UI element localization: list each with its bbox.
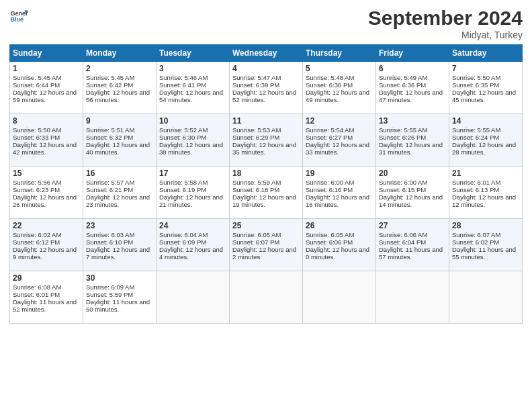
calendar-header-row: Sunday Monday Tuesday Wednesday Thursday… bbox=[10, 45, 523, 62]
table-cell: 18Sunrise: 5:59 AMSunset: 6:18 PMDayligh… bbox=[230, 167, 303, 219]
table-cell: 28Sunrise: 6:07 AMSunset: 6:02 PMDayligh… bbox=[449, 219, 523, 271]
table-cell: 3Sunrise: 5:46 AMSunset: 6:41 PMDaylight… bbox=[157, 62, 230, 114]
sunset-info: Sunset: 6:23 PM bbox=[13, 186, 60, 193]
table-cell: 25Sunrise: 6:05 AMSunset: 6:07 PMDayligh… bbox=[230, 219, 303, 271]
daylight-info: Daylight: 12 hours and 40 minutes. bbox=[86, 141, 150, 156]
sunrise-info: Sunrise: 6:06 AM bbox=[379, 231, 427, 238]
daylight-info: Daylight: 12 hours and 31 minutes. bbox=[379, 141, 443, 156]
sunrise-info: Sunrise: 5:50 AM bbox=[452, 74, 500, 81]
day-number: 22 bbox=[13, 221, 80, 230]
col-tuesday: Tuesday bbox=[157, 45, 230, 62]
table-cell: 30Sunrise: 6:09 AMSunset: 5:59 PMDayligh… bbox=[83, 271, 157, 324]
col-monday: Monday bbox=[83, 45, 157, 62]
sunset-info: Sunset: 6:29 PM bbox=[232, 134, 279, 141]
table-cell: 5Sunrise: 5:48 AMSunset: 6:38 PMDaylight… bbox=[303, 62, 376, 114]
calendar-body: 1Sunrise: 5:45 AMSunset: 6:44 PMDaylight… bbox=[10, 62, 523, 324]
sunset-info: Sunset: 6:02 PM bbox=[452, 238, 499, 246]
daylight-info: Daylight: 12 hours and 14 minutes. bbox=[379, 193, 443, 208]
sunrise-info: Sunrise: 5:58 AM bbox=[159, 179, 208, 186]
table-cell: 21Sunrise: 6:01 AMSunset: 6:13 PMDayligh… bbox=[449, 167, 523, 219]
sunrise-info: Sunrise: 5:49 AM bbox=[379, 74, 427, 81]
daylight-info: Daylight: 12 hours and 4 minutes. bbox=[159, 246, 223, 261]
page-container: General Blue September 2024 Midyat, Turk… bbox=[0, 0, 532, 330]
table-cell: 26Sunrise: 6:05 AMSunset: 6:06 PMDayligh… bbox=[303, 219, 376, 271]
day-number: 18 bbox=[232, 169, 300, 178]
calendar-week-row: 22Sunrise: 6:02 AMSunset: 6:12 PMDayligh… bbox=[10, 219, 523, 271]
day-number: 8 bbox=[13, 116, 80, 126]
calendar-week-row: 1Sunrise: 5:45 AMSunset: 6:44 PMDaylight… bbox=[10, 62, 523, 114]
month-title: September 2024 bbox=[368, 7, 523, 30]
daylight-info: Daylight: 12 hours and 12 minutes. bbox=[452, 193, 516, 208]
sunrise-info: Sunrise: 5:45 AM bbox=[86, 74, 134, 81]
sunset-info: Sunset: 6:12 PM bbox=[13, 238, 60, 246]
daylight-info: Daylight: 12 hours and 21 minutes. bbox=[159, 193, 223, 208]
col-sunday: Sunday bbox=[10, 45, 83, 62]
day-number: 14 bbox=[452, 116, 519, 126]
day-number: 7 bbox=[452, 64, 519, 73]
sunrise-info: Sunrise: 5:59 AM bbox=[232, 179, 281, 186]
table-cell: 9Sunrise: 5:51 AMSunset: 6:32 PMDaylight… bbox=[83, 114, 157, 167]
daylight-info: Daylight: 12 hours and 7 minutes. bbox=[86, 246, 150, 261]
location-subtitle: Midyat, Turkey bbox=[368, 30, 523, 40]
calendar-week-row: 8Sunrise: 5:50 AMSunset: 6:33 PMDaylight… bbox=[10, 114, 523, 167]
sunrise-info: Sunrise: 5:53 AM bbox=[232, 126, 281, 134]
sunset-info: Sunset: 6:13 PM bbox=[452, 186, 499, 193]
table-cell: 24Sunrise: 6:04 AMSunset: 6:09 PMDayligh… bbox=[157, 219, 230, 271]
day-number: 17 bbox=[159, 169, 226, 178]
col-wednesday: Wednesday bbox=[230, 45, 303, 62]
day-number: 5 bbox=[306, 64, 373, 73]
daylight-info: Daylight: 11 hours and 57 minutes. bbox=[379, 246, 443, 261]
calendar-table: Sunday Monday Tuesday Wednesday Thursday… bbox=[9, 44, 523, 324]
sunrise-info: Sunrise: 5:50 AM bbox=[13, 126, 61, 134]
table-cell: 16Sunrise: 5:57 AMSunset: 6:21 PMDayligh… bbox=[83, 167, 157, 219]
header: General Blue September 2024 Midyat, Turk… bbox=[9, 7, 523, 40]
day-number: 9 bbox=[86, 116, 153, 126]
col-friday: Friday bbox=[376, 45, 449, 62]
day-number: 19 bbox=[306, 169, 373, 178]
sunrise-info: Sunrise: 5:54 AM bbox=[306, 126, 354, 134]
sunset-info: Sunset: 6:27 PM bbox=[306, 134, 353, 141]
table-cell: 27Sunrise: 6:06 AMSunset: 6:04 PMDayligh… bbox=[376, 219, 449, 271]
daylight-info: Daylight: 12 hours and 45 minutes. bbox=[452, 89, 516, 103]
sunset-info: Sunset: 6:07 PM bbox=[232, 238, 279, 246]
col-thursday: Thursday bbox=[303, 45, 376, 62]
sunset-info: Sunset: 6:42 PM bbox=[86, 81, 133, 89]
sunset-info: Sunset: 6:38 PM bbox=[306, 81, 353, 89]
day-number: 15 bbox=[13, 169, 80, 178]
table-cell bbox=[230, 271, 303, 324]
table-cell: 8Sunrise: 5:50 AMSunset: 6:33 PMDaylight… bbox=[10, 114, 83, 167]
sunset-info: Sunset: 6:09 PM bbox=[159, 238, 206, 246]
sunrise-info: Sunrise: 6:05 AM bbox=[232, 231, 281, 238]
sunrise-info: Sunrise: 6:03 AM bbox=[86, 231, 134, 238]
calendar-week-row: 15Sunrise: 5:56 AMSunset: 6:23 PMDayligh… bbox=[10, 167, 523, 219]
sunrise-info: Sunrise: 6:09 AM bbox=[86, 283, 134, 291]
day-number: 1 bbox=[13, 64, 80, 73]
sunrise-info: Sunrise: 6:08 AM bbox=[13, 283, 61, 291]
sunset-info: Sunset: 6:32 PM bbox=[86, 134, 133, 141]
table-cell: 11Sunrise: 5:53 AMSunset: 6:29 PMDayligh… bbox=[230, 114, 303, 167]
table-cell bbox=[376, 271, 449, 324]
sunrise-info: Sunrise: 6:07 AM bbox=[452, 231, 500, 238]
table-cell bbox=[157, 271, 230, 324]
sunrise-info: Sunrise: 5:46 AM bbox=[159, 74, 208, 81]
day-number: 13 bbox=[379, 116, 446, 126]
day-number: 12 bbox=[306, 116, 373, 126]
daylight-info: Daylight: 12 hours and 23 minutes. bbox=[86, 193, 150, 208]
col-saturday: Saturday bbox=[449, 45, 523, 62]
daylight-info: Daylight: 12 hours and 26 minutes. bbox=[13, 193, 77, 208]
day-number: 30 bbox=[86, 273, 153, 283]
daylight-info: Daylight: 12 hours and 35 minutes. bbox=[232, 141, 296, 156]
sunset-info: Sunset: 6:33 PM bbox=[13, 134, 60, 141]
day-number: 4 bbox=[232, 64, 300, 73]
sunset-info: Sunset: 6:15 PM bbox=[379, 186, 426, 193]
table-cell: 6Sunrise: 5:49 AMSunset: 6:36 PMDaylight… bbox=[376, 62, 449, 114]
logo-icon: General Blue bbox=[9, 7, 28, 26]
table-cell: 20Sunrise: 6:00 AMSunset: 6:15 PMDayligh… bbox=[376, 167, 449, 219]
sunrise-info: Sunrise: 5:48 AM bbox=[306, 74, 354, 81]
sunset-info: Sunset: 6:24 PM bbox=[452, 134, 499, 141]
calendar-week-row: 29Sunrise: 6:08 AMSunset: 6:01 PMDayligh… bbox=[10, 271, 523, 324]
sunrise-info: Sunrise: 5:56 AM bbox=[13, 179, 61, 186]
table-cell: 23Sunrise: 6:03 AMSunset: 6:10 PMDayligh… bbox=[83, 219, 157, 271]
day-number: 2 bbox=[86, 64, 153, 73]
sunset-info: Sunset: 6:10 PM bbox=[86, 238, 133, 246]
